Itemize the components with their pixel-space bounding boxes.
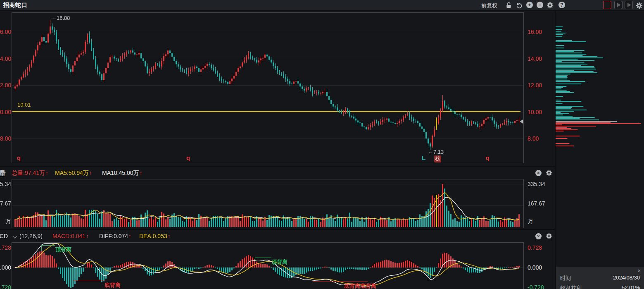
divergence-line <box>41 245 55 246</box>
info-row-time: 时间 2024/08/30 <box>560 275 640 283</box>
divergence-line <box>73 281 105 281</box>
volume-axis-label-left: 万 <box>0 218 11 225</box>
volume-chart-canvas[interactable] <box>12 179 524 228</box>
price-axis-label-right: 14.00 <box>528 55 542 62</box>
divergence-label: 顶背离 <box>55 246 71 253</box>
volume-axis-label-left: 167.67 <box>0 200 11 207</box>
undo-icon[interactable] <box>516 1 523 9</box>
volume-axis-label-left: 335.34 <box>0 181 11 187</box>
price-axis-label-right: 8.00 <box>528 135 539 142</box>
lock-open-icon[interactable] <box>505 1 512 9</box>
volume-profile-toggle-icon[interactable] <box>603 1 611 9</box>
volume-axis-label-right: 167.67 <box>528 200 545 207</box>
divergence-label: 底背离底背离 <box>344 282 376 289</box>
close-icon[interactable]: × <box>637 268 641 274</box>
volume-total-stat: 总量:97.41万↑ <box>12 170 48 177</box>
macd-chart-canvas[interactable] <box>12 242 524 289</box>
divergence-line <box>313 282 368 282</box>
close-macd-panel-icon[interactable]: × <box>535 233 542 239</box>
macd-axis-label-left: 0.728 <box>0 244 11 251</box>
panel-separator <box>0 229 555 230</box>
macd-axis-label-right: 0.000 <box>528 264 542 271</box>
volume-panel-header: 成交量 总量:97.41万↑ MA5:50.94万↑ MA10:45.00万↑ … <box>0 167 555 179</box>
zoom-in-icon[interactable]: + <box>526 1 533 9</box>
main-chart-canvas[interactable] <box>12 12 524 163</box>
stock-title: 招商蛇口 <box>3 2 27 9</box>
sell-signal-marker: q <box>17 154 21 161</box>
macd-panel-title[interactable]: MACD <box>0 233 8 239</box>
macd-panel-settings-icon[interactable] <box>546 233 552 239</box>
region-divider <box>555 0 556 289</box>
chart-annotation: 10.01 <box>17 102 31 108</box>
divergence-label: 底背离 <box>105 282 121 289</box>
current-price-marker <box>520 119 523 124</box>
stock-chart-app: { "title_bar": { "title": "招商蛇口", "adjus… <box>0 0 644 289</box>
macd-params: (12,26,9) <box>19 233 43 239</box>
zoom-out-icon[interactable]: − <box>536 1 544 9</box>
macd-value-stat: MACD:0.041↑ <box>52 233 89 239</box>
dea-value-stat: DEA:0.053↑ <box>139 233 171 239</box>
top-toolbar: 招商蛇口 前复权 + − ? <box>0 0 644 11</box>
info-row-profit: 收盘获利 52.01% <box>560 284 640 289</box>
macd-panel-header: MACD (12,26,9) MACD:0.041↑ DIFF:0.074↑ D… <box>0 231 555 242</box>
macd-axis-label-left: 0.000 <box>0 264 11 271</box>
volume-profile-canvas[interactable] <box>556 10 644 267</box>
adjust-mode-selector[interactable]: 前复权 <box>481 2 497 10</box>
long-signal-marker: L <box>422 154 425 161</box>
sell-signal-marker: q <box>486 154 490 161</box>
divergence-label: 顶背离 <box>271 258 288 266</box>
macd-axis-label-right: 0.728 <box>528 244 542 251</box>
price-axis-label-left: 8.00 <box>0 135 11 142</box>
diff-value-stat: DIFF:0.074↑ <box>99 233 131 239</box>
collapse-panel-icon[interactable] <box>614 1 623 9</box>
close-volume-panel-icon[interactable]: × <box>535 170 542 176</box>
chart-annotation: ←7.13 <box>428 149 444 155</box>
help-icon[interactable]: ? <box>558 1 566 9</box>
price-axis-label-right: 12.00 <box>528 82 542 88</box>
divergence-line <box>255 258 271 258</box>
volume-panel-settings-icon[interactable] <box>546 170 552 176</box>
volume-axis-label-right: 335.34 <box>528 181 545 187</box>
chevron-down-icon[interactable] <box>12 234 17 238</box>
volume-axis-label-right: 万 <box>528 218 533 225</box>
panel-separator <box>0 166 555 167</box>
price-axis-label-left: 10.00 <box>0 109 11 115</box>
data-tooltip-panel: × 时间 2024/08/30 收盘获利 52.01% <box>556 267 644 289</box>
volume-panel-title: 成交量 <box>0 170 6 178</box>
volume-ma10-stat: MA10:45.00万↑ <box>102 170 143 177</box>
price-axis-label-right: 16.00 <box>528 29 542 35</box>
price-axis-label-left: 16.00 <box>0 29 11 35</box>
macd-axis-label-right: -0.728 <box>528 284 544 289</box>
divergence-line <box>255 258 255 261</box>
collapse-panel-icon-2[interactable] <box>625 1 633 9</box>
chart-annotation: ←16.88 <box>51 15 70 21</box>
volume-ma5-stat: MA5:50.94万↑ <box>55 170 92 177</box>
sell-signal-marker: q <box>186 154 190 161</box>
panel-settings-icon[interactable] <box>635 2 643 9</box>
macd-axis-label-left: -0.728 <box>0 284 11 289</box>
lhb-badge-marker[interactable]: 榜 <box>434 155 441 162</box>
settings-icon[interactable] <box>546 1 554 9</box>
price-axis-label-right: 10.00 <box>528 109 542 115</box>
price-axis-label-left: 12.00 <box>0 82 11 88</box>
divergence-line <box>41 245 42 251</box>
price-axis-label-left: 14.00 <box>0 55 11 62</box>
